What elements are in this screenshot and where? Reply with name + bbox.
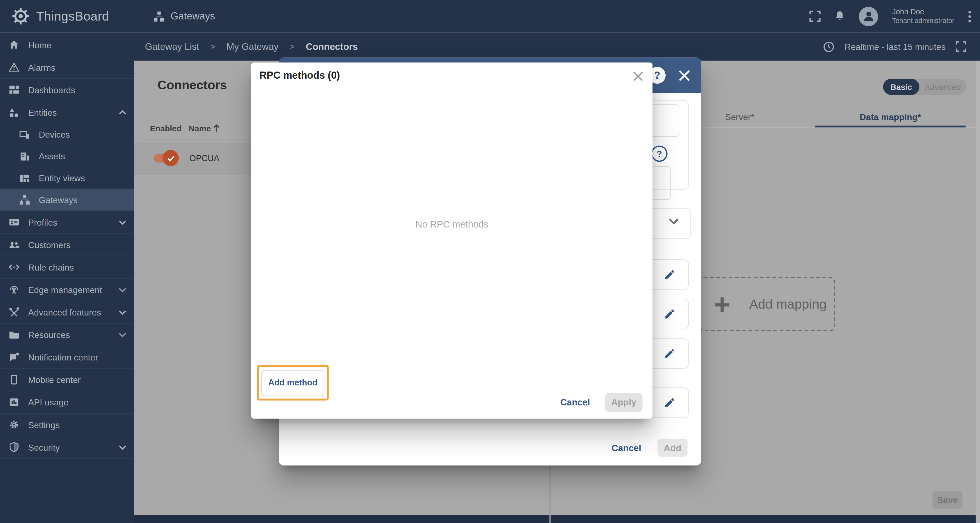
- mapping-dialog-footer: Cancel Add: [611, 438, 687, 457]
- kebab-menu-icon[interactable]: [968, 10, 971, 22]
- alarm-triangle-icon: [9, 62, 19, 73]
- user-block[interactable]: John Doe Tenant administrator: [892, 7, 954, 26]
- sidebar-item-label: Settings: [28, 420, 60, 429]
- settings-gear-icon: [9, 419, 19, 430]
- mode-toggle-group: Basic Advanced: [883, 79, 966, 95]
- sidebar-item-label: Alarms: [28, 62, 56, 72]
- sidebar-item-entities[interactable]: Entities: [0, 101, 134, 124]
- edit-pencil-icon[interactable]: [664, 347, 676, 359]
- page-bottom-strip: [134, 515, 980, 523]
- resources-folder-icon: [9, 329, 19, 340]
- timewindow-block: Realtime - last 15 minutes: [823, 33, 966, 61]
- sidebar-item-edge-management[interactable]: Edge management: [0, 279, 134, 301]
- breadcrumb: Gateway List > My Gateway > Connectors: [145, 33, 358, 61]
- edit-pencil-icon[interactable]: [664, 397, 676, 409]
- chevron-down-icon: [119, 332, 126, 338]
- brand[interactable]: ThingsBoard: [11, 0, 109, 33]
- notifications-bell-icon[interactable]: [834, 11, 845, 22]
- profiles-icon: [9, 217, 19, 228]
- column-header-name[interactable]: Name: [189, 124, 220, 133]
- sidebar-item-label: Devices: [39, 129, 70, 139]
- fullscreen-icon[interactable]: [810, 11, 821, 22]
- close-icon[interactable]: [676, 67, 692, 84]
- thingsboard-logo-icon: [11, 7, 30, 26]
- sidebar-item-settings[interactable]: Settings: [0, 414, 134, 436]
- sidebar-item-rule-chains[interactable]: Rule chains: [0, 256, 134, 279]
- connectors-panel-title: Connectors: [158, 78, 227, 92]
- sidebar-item-advanced-features[interactable]: Advanced features: [0, 301, 134, 324]
- sidebar-item-security[interactable]: Security: [0, 436, 134, 459]
- save-button[interactable]: Save: [932, 491, 963, 509]
- sidebar-item-resources[interactable]: Resources: [0, 324, 134, 346]
- sidebar-item-gateways[interactable]: Gateways: [0, 188, 134, 211]
- chevron-down-icon: [669, 217, 679, 225]
- api-usage-icon: [9, 397, 19, 408]
- sidebar-item-mobile-center[interactable]: Mobile center: [0, 369, 134, 391]
- field-help-icon[interactable]: ?: [651, 145, 667, 162]
- avatar[interactable]: [859, 6, 878, 26]
- brand-title: ThingsBoard: [36, 9, 109, 23]
- sort-ascending-icon: [213, 124, 220, 133]
- column-header-enabled[interactable]: Enabled: [150, 124, 181, 133]
- connector-enabled-toggle[interactable]: [154, 154, 175, 163]
- add-method-button[interactable]: Add method: [261, 370, 324, 396]
- breadcrumb-connectors[interactable]: Connectors: [306, 41, 358, 52]
- cancel-button[interactable]: Cancel: [560, 397, 590, 407]
- gateways-icon: [19, 195, 30, 205]
- edit-pencil-icon[interactable]: [664, 269, 676, 281]
- sidebar-item-dashboards[interactable]: Dashboards: [0, 79, 134, 101]
- add-mapping-label: Add mapping: [749, 297, 827, 312]
- breadcrumb-separator: >: [290, 42, 294, 51]
- dashboards-icon: [9, 85, 19, 95]
- person-icon: [862, 9, 876, 23]
- sidebar-item-assets[interactable]: Assets: [0, 145, 134, 167]
- home-icon: [9, 40, 19, 50]
- mode-toggle-advanced[interactable]: Advanced: [920, 82, 966, 92]
- rule-chains-icon: [9, 262, 19, 273]
- sidebar-item-label: Customers: [28, 239, 70, 249]
- toggle-knob: [162, 150, 179, 166]
- sidebar-item-label: Gateways: [39, 195, 78, 204]
- column-header-name-label: Name: [189, 124, 211, 133]
- sub-header: Gateway List > My Gateway > Connectors R…: [134, 33, 980, 61]
- clock-icon: [823, 41, 834, 52]
- page-title: Gateways: [171, 11, 215, 22]
- sidebar-item-home[interactable]: Home: [0, 34, 134, 56]
- customers-icon: [9, 239, 19, 250]
- sidebar-item-devices[interactable]: Devices: [0, 123, 134, 145]
- entity-views-icon: [19, 173, 30, 183]
- topbar-actions: John Doe Tenant administrator: [810, 0, 971, 33]
- sidebar-item-entity-views[interactable]: Entity views: [0, 167, 134, 190]
- security-shield-icon: [9, 442, 19, 453]
- sidebar-item-label: Entities: [28, 107, 57, 117]
- sidebar-item-notification-center[interactable]: Notification center: [0, 346, 134, 369]
- chevron-down-icon: [119, 287, 126, 293]
- sidebar-item-api-usage[interactable]: API usage: [0, 391, 134, 414]
- scrollbar-track[interactable]: [975, 61, 980, 523]
- sidebar-item-alarms[interactable]: Alarms: [0, 56, 134, 79]
- breadcrumb-my-gateway[interactable]: My Gateway: [226, 41, 278, 52]
- edit-pencil-icon[interactable]: [664, 308, 676, 320]
- active-tab-underline: [815, 126, 966, 128]
- add-mapping-button[interactable]: + Add mapping: [699, 277, 835, 331]
- sidebar-item-label: API usage: [28, 397, 68, 407]
- sidebar-item-customers[interactable]: Customers: [0, 234, 134, 256]
- sidebar-item-profiles[interactable]: Profiles: [0, 211, 134, 234]
- breadcrumb-gateway-list[interactable]: Gateway List: [145, 41, 199, 52]
- connector-name-cell: OPCUA: [189, 143, 220, 173]
- cancel-button[interactable]: Cancel: [611, 443, 641, 453]
- sidebar-item-label: Home: [28, 40, 51, 49]
- empty-state-text: No RPC methods: [251, 219, 652, 230]
- sidebar-item-label: Mobile center: [28, 375, 81, 384]
- sidebar: Home Alarms Dashboards Entities Devices …: [0, 33, 134, 523]
- add-button[interactable]: Add: [657, 438, 687, 457]
- top-bar: ThingsBoard Gateways John Doe Tenant adm…: [0, 0, 980, 33]
- plus-icon: +: [714, 291, 730, 316]
- mode-toggle-basic[interactable]: Basic: [883, 79, 920, 95]
- close-icon[interactable]: [632, 70, 644, 83]
- apply-button[interactable]: Apply: [605, 393, 643, 412]
- dashboard-fullscreen-icon[interactable]: [956, 41, 966, 52]
- timewindow-label[interactable]: Realtime - last 15 minutes: [844, 41, 945, 51]
- rpc-dialog-footer: Cancel Apply: [560, 393, 643, 412]
- tab-data-mapping[interactable]: Data mapping*: [815, 106, 966, 128]
